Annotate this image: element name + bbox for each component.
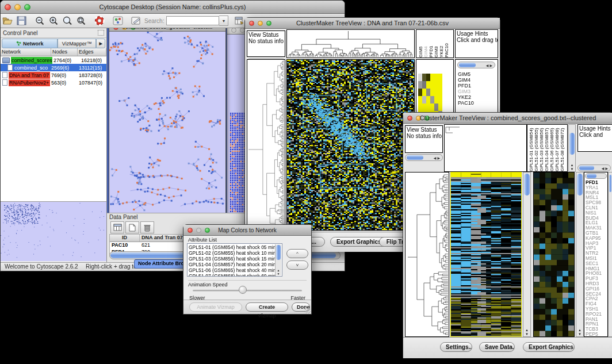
header-edges[interactable]: Edges [78,48,106,56]
tv3-usage-hints-title: Usage Hints [578,125,612,132]
tv3-top-dendrogram-canvas[interactable] [445,125,462,171]
attribute-item[interactable]: GPL51-06 (GSM865) heat shock 40 min [189,267,275,273]
zoom-out-icon[interactable] [33,15,46,26]
tv3-heatmap[interactable] [450,172,522,337]
tv3-column-dendrogram[interactable] [444,124,527,172]
control-panel-tabs: Network VizMapper™ ▶ [1,38,106,49]
tv1-column-dendrogram[interactable] [286,29,415,58]
tv1-gene-label[interactable]: GIM4 [458,77,474,83]
overview-canvas[interactable] [1,202,106,260]
network-view-window[interactable]: combined_scores_good.txt--cluste... [109,28,226,214]
dialog-action-button[interactable]: Create Vizmap [246,302,288,312]
zoom-fit-icon[interactable] [61,15,74,26]
tv3-titlebar[interactable]: ClusterMaker TreeView : combined_scores_… [403,113,612,124]
tv3-row-dendrogram[interactable] [405,172,449,337]
dialog-action-button[interactable]: Animate Vizmap [189,302,242,312]
open-file-icon[interactable] [1,15,14,26]
attribute-item[interactable]: GPL51-03 (GSM856) heat shock 15 min [189,256,275,262]
tv1-gene-label[interactable]: GIM3 [458,89,474,94]
tv1-row-dendrogram-canvas[interactable] [247,60,285,230]
tab-overflow-arrow[interactable]: ▶ [96,39,105,48]
network-row-edges: 107847(0) [78,80,106,86]
attribute-item[interactable]: GPL51-04 (GSM857) heat shock 20 min [189,262,275,267]
tv3-action-button[interactable]: Save Data... [479,342,515,352]
map-colors-dialog: Map Colors to Network Attribute List GPL… [183,224,312,315]
network-list-header: Network Nodes Edges [1,48,106,56]
zoom-selected-icon[interactable] [75,15,87,26]
network-table-row[interactable]: DNA and Tran 07 769(0) 183728(0) [1,71,106,79]
tv3-button-bar: Settings...Save Data...Export Graphics..… [403,337,612,358]
zoom-in-icon[interactable] [47,15,60,26]
tv3-zoom-heatmap-canvas[interactable] [534,173,574,336]
tab-network[interactable]: Network [2,39,58,48]
tv3-status-scrollbar[interactable]: ◀▶ [405,154,443,161]
network-row-nodes: 2569(6) [50,65,78,71]
tv1-heatmap[interactable] [286,59,415,231]
tv1-titlebar[interactable]: ClusterMaker TreeView : DNA and Tran 07-… [245,18,500,29]
vizmap-nodes-icon[interactable] [112,15,124,26]
resize-grip-icon[interactable] [305,308,311,313]
float-panel-icon[interactable] [98,30,104,36]
network-row-icon [2,58,10,63]
animation-speed-thumb[interactable] [239,286,247,294]
help-lifesaver-icon[interactable] [93,15,106,26]
tv3-zoom-vscrollbar[interactable]: ▲▼ [576,172,584,337]
network-view-titlebar[interactable]: combined_scores_good.txt--cluste... [109,28,225,32]
header-nodes[interactable]: Nodes [51,48,78,56]
tv1-row-dendrogram[interactable] [247,59,285,231]
tv3-action-button[interactable]: Settings... [440,342,472,352]
inactive-close-button[interactable] [231,28,236,33]
tv1-gene-label[interactable]: PAC10 [458,100,474,106]
network-table-row[interactable]: RNAPuberNov2+ 563(0) 107847(0) [1,79,106,86]
tv3-row-dendrogram-canvas[interactable] [406,173,449,336]
search-input[interactable] [166,16,219,25]
main-titlebar[interactable]: Cytoscape Desktop (Session Name: collins… [1,1,345,14]
tv3-zoom-heatmap[interactable] [533,172,575,337]
tv1-top-dendrogram-canvas[interactable] [287,30,414,58]
tv3-gene-list: PFD1YRA1RNR4MSL1SPC98CLN1NIS1BUD4ELG1MAK… [586,180,602,337]
dialog-titlebar[interactable]: Map Colors to Network [183,225,311,236]
move-down-button[interactable]: v [286,260,308,270]
tv3-labels-vscrollbar[interactable]: ▲▼ [568,124,576,172]
tv1-view-status-panel: View Status No status info f [247,30,285,57]
network-row-edges: 183728(0) [78,72,106,78]
tv1-gene-scrollbar[interactable]: ◀▶ [457,62,495,68]
tv3-usage-scrollbar[interactable]: ◀▶ [577,164,611,171]
tv1-usage-hints-panel: Usage Hints Click and drag to [455,29,498,58]
tab-network-label: Network [23,41,44,47]
desktop: Cytoscape Desktop (Session Name: collins… [0,0,612,364]
birds-eye-view[interactable] [1,201,106,261]
dialog-title: Map Colors to Network [183,227,311,233]
attribute-list[interactable]: GPL51-01 (GSM854) heat shock 05 minGPL51… [187,243,282,277]
network-row-nodes: 2764(0) [52,58,80,63]
search-label: Search: [144,18,164,24]
header-network[interactable]: Network [1,48,51,56]
tv3-view-status-text: No status info f [406,133,442,139]
tv3-heatmap-canvas[interactable] [451,173,521,336]
tv3-action-button[interactable]: Export Graphics... [523,342,575,352]
attribute-item[interactable]: GPL51-01 (GSM854) heat shock 05 min [189,244,275,250]
attribute-item[interactable]: GPL51-07 (GSM868) heat shock 60 min [189,273,275,277]
network-table-row[interactable]: combined_scores 2764(0) 16218(0) [1,56,106,64]
select-attributes-icon[interactable] [110,221,124,233]
tv1-gene-label[interactable]: GIM5 [458,71,474,77]
delete-attribute-trash-icon[interactable] [140,221,154,233]
tv3-gene-vscrollbar[interactable] [608,172,612,337]
new-attribute-icon[interactable] [125,221,139,233]
tv3-gene-hscrollbar[interactable] [585,173,607,179]
attribute-item[interactable]: GPL51-02 (GSM855) heat shock 10 min [189,250,275,256]
tv3-heatmap-vscrollbar[interactable]: ▲▼ [523,172,531,337]
tab-vizmapper[interactable]: VizMapper™ [58,39,96,48]
attribute-list-vscrollbar[interactable]: ▲▼ [275,244,281,275]
move-up-button[interactable]: ^ [286,249,308,258]
animation-speed-slider[interactable] [193,290,302,292]
save-icon[interactable] [15,15,28,26]
network-table-row[interactable]: combined_sco 2569(6) 13112(15) [1,64,106,71]
edit-network-icon[interactable] [130,15,143,26]
tv1-gene-label[interactable]: PFD1 [458,83,474,89]
search-dropdown-arrow[interactable]: ▼ [219,16,228,26]
tv1-gene-label[interactable]: YKE2 [458,94,474,100]
network-canvas[interactable] [109,32,224,213]
id-column-header[interactable]: ID [110,235,140,242]
tv1-heatmap-canvas[interactable] [287,60,414,230]
